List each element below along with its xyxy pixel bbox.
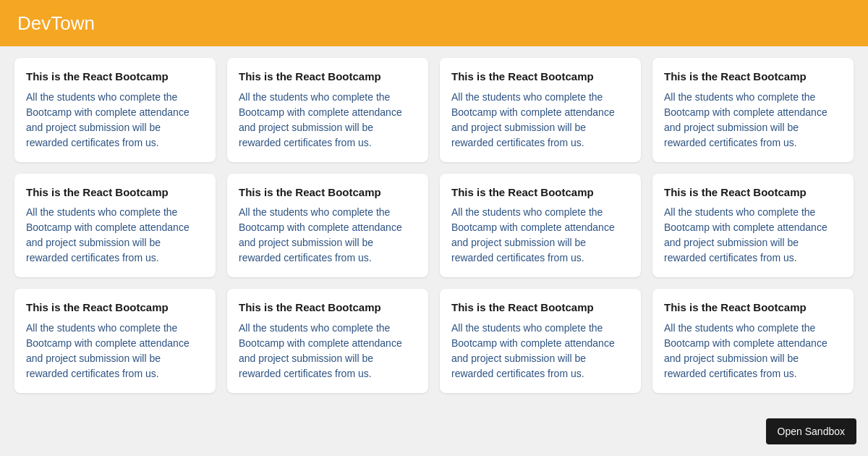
card-body: All the students who complete the Bootca… xyxy=(451,90,629,151)
card-title: This is the React Bootcamp xyxy=(664,185,842,200)
card-title: This is the React Bootcamp xyxy=(451,300,629,315)
card-item: This is the React BootcampAll the studen… xyxy=(14,289,216,393)
card-title: This is the React Bootcamp xyxy=(239,185,417,200)
card-body: All the students who complete the Bootca… xyxy=(26,205,204,266)
open-sandbox-button[interactable]: Open Sandbox xyxy=(766,418,856,444)
card-title: This is the React Bootcamp xyxy=(664,69,842,84)
app-header: DevTown xyxy=(0,0,868,46)
card-body: All the students who complete the Bootca… xyxy=(239,90,417,151)
card-title: This is the React Bootcamp xyxy=(451,69,629,84)
card-title: This is the React Bootcamp xyxy=(26,300,204,315)
card-item: This is the React BootcampAll the studen… xyxy=(652,289,854,393)
card-item: This is the React BootcampAll the studen… xyxy=(440,289,641,393)
card-item: This is the React BootcampAll the studen… xyxy=(652,58,854,162)
app-title: DevTown xyxy=(17,12,95,35)
card-item: This is the React BootcampAll the studen… xyxy=(652,174,854,278)
card-body: All the students who complete the Bootca… xyxy=(26,90,204,151)
card-body: All the students who complete the Bootca… xyxy=(451,321,629,381)
card-title: This is the React Bootcamp xyxy=(451,185,629,200)
card-item: This is the React BootcampAll the studen… xyxy=(227,289,428,393)
card-body: All the students who complete the Bootca… xyxy=(239,321,417,381)
card-body: All the students who complete the Bootca… xyxy=(26,321,204,381)
card-item: This is the React BootcampAll the studen… xyxy=(440,58,641,162)
card-title: This is the React Bootcamp xyxy=(26,185,204,200)
card-item: This is the React BootcampAll the studen… xyxy=(227,174,428,278)
card-body: All the students who complete the Bootca… xyxy=(664,205,842,266)
card-item: This is the React BootcampAll the studen… xyxy=(14,174,216,278)
card-title: This is the React Bootcamp xyxy=(664,300,842,315)
card-title: This is the React Bootcamp xyxy=(239,69,417,84)
card-item: This is the React BootcampAll the studen… xyxy=(227,58,428,162)
card-title: This is the React Bootcamp xyxy=(26,69,204,84)
card-title: This is the React Bootcamp xyxy=(239,300,417,315)
cards-grid: This is the React BootcampAll the studen… xyxy=(0,46,868,405)
card-item: This is the React BootcampAll the studen… xyxy=(440,174,641,278)
card-body: All the students who complete the Bootca… xyxy=(664,90,842,151)
card-item: This is the React BootcampAll the studen… xyxy=(14,58,216,162)
card-body: All the students who complete the Bootca… xyxy=(239,205,417,266)
card-body: All the students who complete the Bootca… xyxy=(664,321,842,381)
card-body: All the students who complete the Bootca… xyxy=(451,205,629,266)
